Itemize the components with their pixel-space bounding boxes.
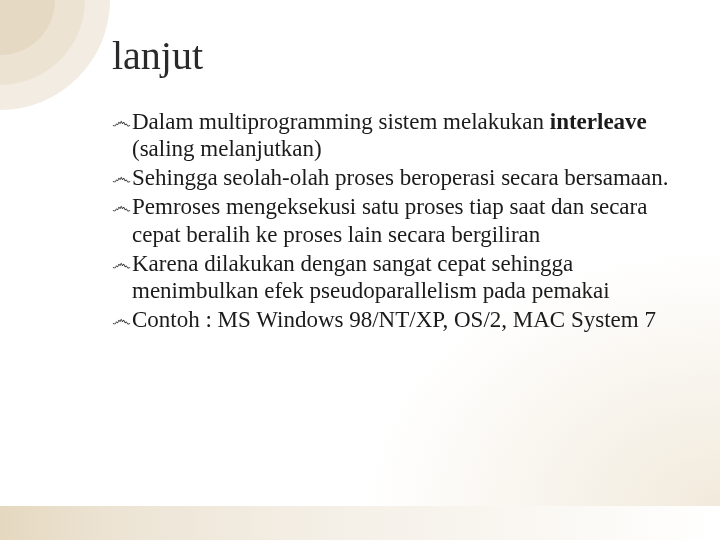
slide-body: ෴ Dalam multiprogramming sistem melakuka…	[112, 108, 672, 335]
corner-ring-outer	[0, 0, 110, 110]
bottom-border-band	[0, 506, 720, 540]
list-item: ෴ Pemroses mengeksekusi satu proses tiap…	[112, 193, 672, 247]
list-item: ෴ Sehingga seolah-olah proses beroperasi…	[112, 164, 672, 191]
list-item-text-pre: Dalam multiprogramming sistem melakukan	[132, 109, 550, 134]
list-item-text: Pemroses mengeksekusi satu proses tiap s…	[132, 193, 672, 247]
corner-decoration	[0, 0, 130, 120]
list-item-text: Dalam multiprogramming sistem melakukan …	[132, 108, 672, 162]
bullet-icon: ෴	[112, 250, 132, 276]
list-item-text-pre: Contoh : MS Windows 98/NT/XP, OS/2, MAC …	[132, 307, 656, 332]
corner-ring-inner	[0, 0, 55, 55]
list-item-text-pre: Karena dilakukan dengan sangat cepat seh…	[132, 251, 610, 303]
slide: lanjut ෴ Dalam multiprogramming sistem m…	[0, 0, 720, 540]
list-item-text-pre: Pemroses mengeksekusi satu proses tiap s…	[132, 194, 647, 246]
list-item-text-post: (saling melanjutkan)	[132, 136, 322, 161]
list-item-text-bold: interleave	[550, 109, 647, 134]
list-item-text: Karena dilakukan dengan sangat cepat seh…	[132, 250, 672, 304]
list-item: ෴ Dalam multiprogramming sistem melakuka…	[112, 108, 672, 162]
bullet-icon: ෴	[112, 193, 132, 219]
corner-ring-mid	[0, 0, 85, 85]
slide-title: lanjut	[112, 32, 203, 79]
bullet-icon: ෴	[112, 306, 132, 332]
bullet-icon: ෴	[112, 164, 132, 190]
list-item: ෴ Contoh : MS Windows 98/NT/XP, OS/2, MA…	[112, 306, 672, 333]
list-item-text: Sehingga seolah-olah proses beroperasi s…	[132, 164, 672, 191]
list-item-text-pre: Sehingga seolah-olah proses beroperasi s…	[132, 165, 668, 190]
list-item: ෴ Karena dilakukan dengan sangat cepat s…	[112, 250, 672, 304]
bullet-icon: ෴	[112, 108, 132, 134]
list-item-text: Contoh : MS Windows 98/NT/XP, OS/2, MAC …	[132, 306, 672, 333]
